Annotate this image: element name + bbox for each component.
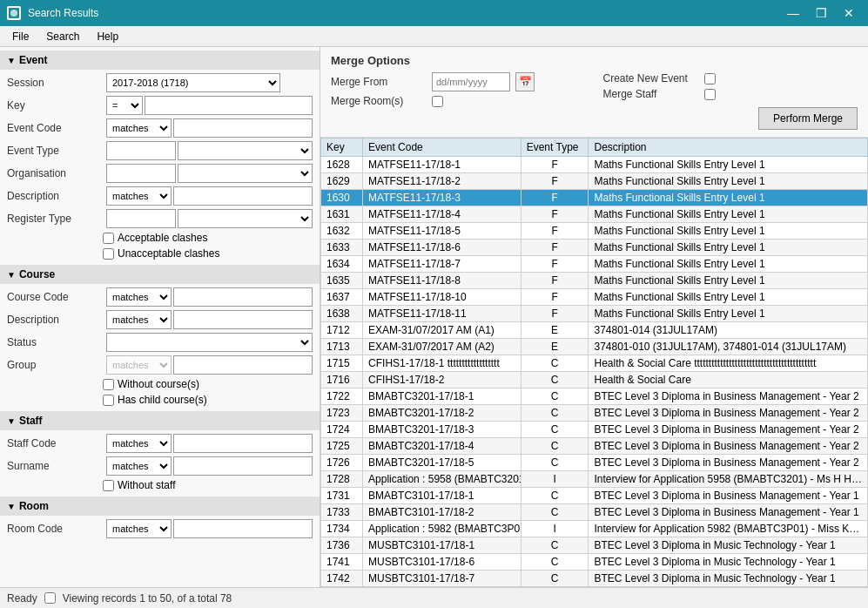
course-code-input[interactable] xyxy=(173,287,313,307)
table-row[interactable]: 1637MATFSE11-17/18-10FMaths Functional S… xyxy=(321,289,868,306)
cell-desc: BTEC Level 3 Diploma in Music Technology… xyxy=(589,537,868,554)
menu-help[interactable]: Help xyxy=(88,29,127,44)
status-checkbox[interactable] xyxy=(44,592,56,604)
cell-code: Application : 5982 (BMABTC3P01) xyxy=(363,521,521,537)
table-row[interactable]: 1733BMABTC3101-17/18-2CBTEC Level 3 Dipl… xyxy=(321,504,868,521)
key-input[interactable] xyxy=(145,96,313,115)
table-row[interactable]: 1630MATFSE11-17/18-3FMaths Functional Sk… xyxy=(321,190,868,206)
cell-desc: BTEC Level 3 Diploma in Business Managem… xyxy=(589,488,868,504)
table-row[interactable]: 1728Application : 5958 (BMABTC3201)IInte… xyxy=(321,471,868,488)
merge-from-input[interactable] xyxy=(432,72,510,91)
group-operator-select[interactable]: matches xyxy=(106,355,172,375)
table-row[interactable]: 1629MATFSE11-17/18-2FMaths Functional Sk… xyxy=(321,173,868,190)
table-row[interactable]: 1724BMABTC3201-17/18-3CBTEC Level 3 Dipl… xyxy=(321,422,868,438)
cell-key: 1638 xyxy=(321,306,363,322)
event-code-input[interactable] xyxy=(173,118,313,138)
cell-code: MATFSE11-17/18-4 xyxy=(363,206,521,223)
table-row[interactable]: 1713EXAM-31/07/2017 AM (A2)E374801-010 (… xyxy=(321,339,868,355)
cell-code: EXAM-31/07/2017 AM (A1) xyxy=(363,322,521,339)
table-row[interactable]: 1712EXAM-31/07/2017 AM (A1)E374801-014 (… xyxy=(321,322,868,339)
surname-input[interactable] xyxy=(173,456,313,476)
organisation-select[interactable] xyxy=(178,164,313,183)
course-desc-input[interactable] xyxy=(173,310,313,329)
staff-code-operator-select[interactable]: matches xyxy=(106,434,172,453)
table-row[interactable]: 1635MATFSE11-17/18-8FMaths Functional Sk… xyxy=(321,273,868,289)
table-row[interactable]: 1736MUSBTC3101-17/18-1CBTEC Level 3 Dipl… xyxy=(321,537,868,554)
table-row[interactable]: 1725BMABTC3201-17/18-4CBTEC Level 3 Dipl… xyxy=(321,438,868,455)
has-child-courses-checkbox[interactable] xyxy=(103,395,114,406)
table-row[interactable]: 1633MATFSE11-17/18-6FMaths Functional Sk… xyxy=(321,240,868,256)
event-desc-input[interactable] xyxy=(173,186,313,206)
event-type-input[interactable] xyxy=(106,141,176,160)
table-row[interactable]: 1634MATFSE11-17/18-7FMaths Functional Sk… xyxy=(321,256,868,273)
event-code-operator-select[interactable]: matches xyxy=(106,118,172,138)
event-desc-operator-select[interactable]: matches xyxy=(106,186,172,206)
cell-desc: Interview for Application 5958 (BMABTC32… xyxy=(589,471,868,488)
minimize-button[interactable]: — xyxy=(781,4,805,22)
unacceptable-clashes-checkbox[interactable] xyxy=(103,248,114,260)
status-select[interactable] xyxy=(106,333,313,352)
section-staff-header[interactable]: ▼ Staff xyxy=(0,411,320,430)
table-row[interactable]: 1632MATFSE11-17/18-5FMaths Functional Sk… xyxy=(321,223,868,240)
course-code-operator-select[interactable]: matches xyxy=(106,287,172,307)
table-row[interactable]: 1723BMABTC3201-17/18-2CBTEC Level 3 Dipl… xyxy=(321,405,868,422)
organisation-row: Organisation xyxy=(0,162,320,185)
session-label: Session xyxy=(7,77,103,89)
section-room-header[interactable]: ▼ Room xyxy=(0,497,320,516)
left-panel: ▼ Event Session 2017-2018 (1718) Key = xyxy=(0,47,320,587)
cell-code: MATFSE11-17/18-2 xyxy=(363,173,521,190)
merge-options-panel: Merge Options Merge From 📅 Merge Room(s) xyxy=(320,47,868,138)
merge-staff-checkbox[interactable] xyxy=(704,89,716,100)
maximize-button[interactable]: ❒ xyxy=(809,4,833,22)
staff-code-input[interactable] xyxy=(173,434,313,453)
table-row[interactable]: 1716CFIHS1-17/18-2CHealth & Social Care xyxy=(321,372,868,388)
without-courses-checkbox[interactable] xyxy=(103,379,114,390)
menu-search[interactable]: Search xyxy=(37,29,88,44)
register-type-select[interactable] xyxy=(178,209,313,228)
cell-desc: Health & Social Care xyxy=(589,372,868,388)
perform-merge-button[interactable]: Perform Merge xyxy=(758,107,858,130)
cell-code: BMABTC3201-17/18-4 xyxy=(363,438,521,455)
key-control: = xyxy=(106,96,313,115)
table-row[interactable]: 1726BMABTC3201-17/18-5CBTEC Level 3 Dipl… xyxy=(321,455,868,471)
section-course-header[interactable]: ▼ Course xyxy=(0,265,320,284)
table-row[interactable]: 1731BMABTC3101-17/18-1CBTEC Level 3 Dipl… xyxy=(321,488,868,504)
without-staff-checkbox[interactable] xyxy=(103,480,114,491)
table-row[interactable]: 1628MATFSE11-17/18-1FMaths Functional Sk… xyxy=(321,157,868,173)
event-arrow-icon: ▼ xyxy=(7,56,16,65)
cell-desc: Maths Functional Skills Entry Level 1 xyxy=(589,240,868,256)
create-new-event-checkbox[interactable] xyxy=(704,73,716,84)
cell-type: I xyxy=(521,471,589,488)
key-operator-select[interactable]: = xyxy=(106,96,143,115)
menu-file[interactable]: File xyxy=(3,29,37,44)
section-event-header[interactable]: ▼ Event xyxy=(0,51,320,70)
table-row[interactable]: 1722BMABTC3201-17/18-1CBTEC Level 3 Dipl… xyxy=(321,388,868,405)
table-row[interactable]: 1638MATFSE11-17/18-11FMaths Functional S… xyxy=(321,306,868,322)
room-code-input[interactable] xyxy=(173,519,313,538)
table-row[interactable]: 1742MUSBTC3101-17/18-7CBTEC Level 3 Dipl… xyxy=(321,571,868,587)
merge-rooms-checkbox[interactable] xyxy=(432,96,443,107)
table-scroll-wrapper[interactable]: Key Event Code Event Type Description 16… xyxy=(320,138,868,587)
session-select[interactable]: 2017-2018 (1718) xyxy=(106,73,280,92)
table-row[interactable]: 1741MUSBTC3101-17/18-6CBTEC Level 3 Dipl… xyxy=(321,554,868,571)
table-row[interactable]: 1715CFIHS1-17/18-1 ttttttttttttttttttCHe… xyxy=(321,355,868,372)
table-row[interactable]: 1734Application : 5982 (BMABTC3P01)IInte… xyxy=(321,521,868,537)
left-scroll[interactable]: ▼ Event Session 2017-2018 (1718) Key = xyxy=(0,47,320,587)
cell-code: EXAM-31/07/2017 AM (A2) xyxy=(363,339,521,355)
surname-operator-select[interactable]: matches xyxy=(106,456,172,476)
close-button[interactable]: ✕ xyxy=(837,4,861,22)
table-row[interactable]: 1631MATFSE11-17/18-4FMaths Functional Sk… xyxy=(321,206,868,223)
merge-from-calendar-button[interactable]: 📅 xyxy=(515,72,535,91)
cell-key: 1716 xyxy=(321,372,363,388)
has-child-courses-row: Has child course(s) xyxy=(0,392,320,408)
course-desc-operator-select[interactable]: matches xyxy=(106,310,172,329)
cell-type: C xyxy=(521,571,589,587)
create-new-event-row: Create New Event xyxy=(603,72,858,84)
group-input[interactable] xyxy=(173,355,313,375)
register-type-input[interactable] xyxy=(106,209,176,228)
room-code-operator-select[interactable]: matches xyxy=(106,519,172,538)
cell-desc: BTEC Level 3 Diploma in Business Managem… xyxy=(589,405,868,422)
organisation-input[interactable] xyxy=(106,164,176,183)
acceptable-clashes-checkbox[interactable] xyxy=(103,233,114,244)
event-type-select[interactable] xyxy=(178,141,313,160)
